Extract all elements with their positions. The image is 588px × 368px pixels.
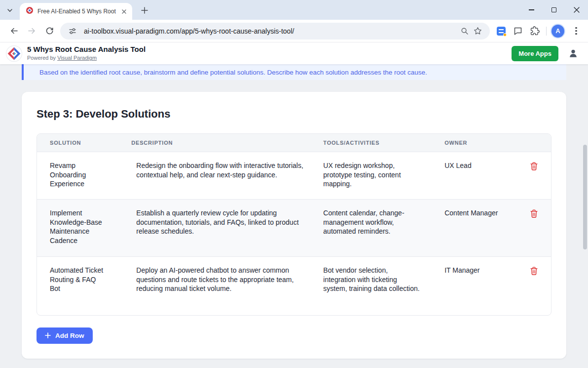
browser-tab[interactable]: Free AI-Enabled 5 Whys Root C [20, 3, 132, 20]
column-header-tools: TOOLS/ACTIVITIES [315, 134, 437, 152]
trash-icon [530, 267, 538, 275]
step-heading: Step 3: Develop Solutions [37, 108, 551, 121]
cell-description[interactable]: Deploy an AI-powered chatbot to answer c… [123, 257, 315, 315]
chat-bubble-icon[interactable] [511, 24, 525, 38]
tab-favicon [26, 6, 34, 16]
visual-paradigm-link[interactable]: Visual Paradigm [57, 55, 97, 61]
back-button[interactable] [6, 24, 21, 39]
page-content: Based on the identified root cause, brai… [0, 64, 588, 368]
app-titles: 5 Whys Root Cause Analysis Tool Powered … [27, 45, 146, 61]
tab-search-chevron-icon[interactable] [4, 5, 15, 15]
browser-tab-strip: Free AI-Enabled 5 Whys Root C [0, 0, 588, 20]
browser-toolbar: ai-toolbox.visual-paradigm.com/app/5-why… [0, 20, 588, 42]
window-controls [520, 0, 588, 20]
extensions-puzzle-icon[interactable] [528, 24, 542, 38]
table-row: Revamp Onboarding Experience Redesign th… [37, 152, 551, 200]
forward-button[interactable] [24, 24, 39, 39]
add-row-label: Add Row [55, 332, 84, 339]
toolbar-separator [546, 27, 547, 36]
column-header-owner: OWNER [437, 134, 517, 152]
solutions-table: SOLUTION DESCRIPTION TOOLS/ACTIVITIES OW… [37, 134, 551, 315]
solutions-table-wrapper: SOLUTION DESCRIPTION TOOLS/ACTIVITIES OW… [37, 133, 551, 316]
cell-description[interactable]: Establish a quarterly review cycle for u… [123, 200, 315, 257]
extension-badge-dot [503, 33, 507, 37]
window-maximize-button[interactable] [543, 0, 565, 20]
column-header-description: DESCRIPTION [123, 134, 315, 152]
powered-by-prefix: Powered by [27, 55, 56, 61]
more-apps-button[interactable]: More Apps [512, 46, 558, 61]
visual-paradigm-logo-icon [6, 45, 22, 62]
column-header-actions [517, 134, 551, 152]
plus-icon [45, 332, 51, 338]
table-row: Implement Knowledge-Base Maintenance Cad… [37, 200, 551, 257]
cell-tools[interactable]: Content calendar, change-management work… [315, 200, 437, 257]
delete-row-button[interactable] [527, 159, 541, 175]
url-text[interactable]: ai-toolbox.visual-paradigm.com/app/5-why… [84, 27, 458, 35]
trash-icon [530, 162, 538, 170]
column-header-solution: SOLUTION [37, 134, 123, 152]
app-title: 5 Whys Root Cause Analysis Tool [27, 45, 146, 54]
cell-owner[interactable]: UX Lead [437, 152, 517, 200]
trash-icon [530, 209, 538, 218]
step-3-card: Step 3: Develop Solutions SOLUTION DESCR… [22, 92, 566, 359]
add-row-button[interactable]: Add Row [37, 327, 93, 344]
delete-row-button[interactable] [527, 206, 541, 222]
table-row: Automated Ticket Routing & FAQ Bot Deplo… [37, 257, 551, 315]
cell-solution[interactable]: Automated Ticket Routing & FAQ Bot [37, 257, 123, 315]
cell-solution[interactable]: Implement Knowledge-Base Maintenance Cad… [37, 200, 123, 257]
browser-window: Free AI-Enabled 5 Whys Root C [0, 0, 588, 368]
cell-owner[interactable]: Content Manager [437, 200, 517, 257]
cell-owner[interactable]: IT Manager [437, 257, 517, 315]
cell-description[interactable]: Redesign the onboarding flow with intera… [123, 152, 315, 200]
new-tab-button[interactable] [139, 5, 149, 15]
profile-avatar[interactable]: A [551, 25, 564, 38]
delete-row-button[interactable] [527, 264, 541, 280]
powered-by: Powered by Visual Paradigm [27, 55, 146, 61]
tab-title: Free AI-Enabled 5 Whys Root C [37, 8, 116, 15]
user-account-icon[interactable] [566, 46, 580, 60]
address-bar[interactable]: ai-toolbox.visual-paradigm.com/app/5-why… [60, 23, 490, 40]
app-header: 5 Whys Root Cause Analysis Tool Powered … [0, 42, 588, 64]
extension-blue-icon[interactable] [494, 24, 508, 38]
info-banner: Based on the identified root cause, brai… [22, 64, 566, 80]
window-minimize-button[interactable] [520, 0, 543, 20]
cell-tools[interactable]: Bot vendor selection, integration with t… [315, 257, 437, 315]
cell-tools[interactable]: UX redesign workshop, prototype testing,… [315, 152, 437, 200]
cell-solution[interactable]: Revamp Onboarding Experience [37, 152, 123, 200]
info-banner-text: Based on the identified root cause, brai… [39, 69, 427, 76]
zoom-icon[interactable] [458, 25, 471, 38]
table-header-row: SOLUTION DESCRIPTION TOOLS/ACTIVITIES OW… [37, 134, 551, 152]
menu-kebab-icon[interactable] [569, 24, 583, 38]
reload-button[interactable] [42, 24, 57, 39]
window-close-button[interactable] [565, 0, 588, 20]
page-scrollbar-thumb[interactable] [583, 145, 587, 249]
bookmark-star-icon[interactable] [471, 25, 484, 38]
site-info-tune-icon[interactable] [66, 25, 79, 38]
tab-close-icon[interactable] [120, 7, 128, 16]
